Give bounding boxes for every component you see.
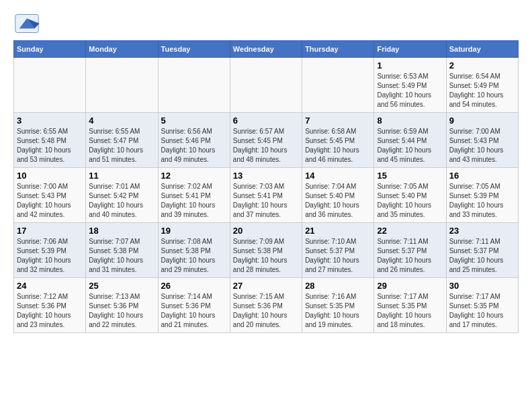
calendar-cell: 7Sunrise: 6:58 AM Sunset: 5:45 PM Daylig… — [302, 113, 374, 168]
logo — [13, 13, 43, 34]
header — [13, 13, 519, 34]
day-number: 14 — [305, 171, 371, 181]
day-info: Sunrise: 6:54 AM Sunset: 5:49 PM Dayligh… — [449, 72, 515, 109]
day-number: 13 — [233, 171, 299, 181]
day-info: Sunrise: 7:01 AM Sunset: 5:42 PM Dayligh… — [89, 182, 154, 220]
calendar-cell: 25Sunrise: 7:13 AM Sunset: 5:36 PM Dayli… — [86, 278, 158, 333]
calendar-cell — [86, 58, 158, 113]
calendar-week-4: 17Sunrise: 7:06 AM Sunset: 5:39 PM Dayli… — [14, 223, 519, 278]
day-info: Sunrise: 7:06 AM Sunset: 5:39 PM Dayligh… — [17, 237, 83, 275]
calendar-week-1: 1Sunrise: 6:53 AM Sunset: 5:49 PM Daylig… — [14, 58, 519, 113]
calendar-cell: 20Sunrise: 7:09 AM Sunset: 5:38 PM Dayli… — [230, 223, 302, 278]
day-number: 9 — [449, 116, 515, 126]
calendar-cell: 28Sunrise: 7:16 AM Sunset: 5:35 PM Dayli… — [302, 278, 374, 333]
day-number: 12 — [161, 171, 227, 181]
day-header-friday: Friday — [374, 41, 446, 58]
calendar-cell: 27Sunrise: 7:15 AM Sunset: 5:36 PM Dayli… — [230, 278, 302, 333]
day-info: Sunrise: 7:05 AM Sunset: 5:39 PM Dayligh… — [449, 182, 515, 220]
day-number: 10 — [17, 171, 83, 181]
calendar-cell: 2Sunrise: 6:54 AM Sunset: 5:49 PM Daylig… — [446, 58, 518, 113]
day-info: Sunrise: 7:00 AM Sunset: 5:43 PM Dayligh… — [17, 182, 83, 220]
day-number: 22 — [377, 226, 443, 236]
day-info: Sunrise: 6:53 AM Sunset: 5:49 PM Dayligh… — [377, 72, 443, 109]
day-info: Sunrise: 6:57 AM Sunset: 5:45 PM Dayligh… — [233, 127, 299, 165]
calendar-cell: 14Sunrise: 7:04 AM Sunset: 5:40 PM Dayli… — [302, 168, 374, 223]
day-info: Sunrise: 7:12 AM Sunset: 5:36 PM Dayligh… — [17, 292, 83, 330]
day-info: Sunrise: 7:02 AM Sunset: 5:41 PM Dayligh… — [161, 182, 227, 220]
calendar-cell: 26Sunrise: 7:14 AM Sunset: 5:36 PM Dayli… — [158, 278, 230, 333]
calendar-cell: 22Sunrise: 7:11 AM Sunset: 5:37 PM Dayli… — [374, 223, 446, 278]
calendar-cell: 10Sunrise: 7:00 AM Sunset: 5:43 PM Dayli… — [14, 168, 86, 223]
day-info: Sunrise: 7:00 AM Sunset: 5:43 PM Dayligh… — [449, 127, 515, 165]
day-number: 4 — [89, 116, 154, 126]
day-info: Sunrise: 7:11 AM Sunset: 5:37 PM Dayligh… — [449, 237, 515, 275]
day-number: 18 — [89, 226, 154, 236]
day-header-monday: Monday — [86, 41, 158, 58]
calendar-cell: 5Sunrise: 6:56 AM Sunset: 5:46 PM Daylig… — [158, 113, 230, 168]
day-info: Sunrise: 7:07 AM Sunset: 5:38 PM Dayligh… — [89, 237, 154, 275]
day-number: 1 — [377, 60, 443, 71]
day-info: Sunrise: 7:04 AM Sunset: 5:40 PM Dayligh… — [305, 182, 371, 220]
calendar-cell: 9Sunrise: 7:00 AM Sunset: 5:43 PM Daylig… — [446, 113, 518, 168]
calendar-cell: 15Sunrise: 7:05 AM Sunset: 5:40 PM Dayli… — [374, 168, 446, 223]
day-header-saturday: Saturday — [446, 41, 518, 58]
day-info: Sunrise: 7:08 AM Sunset: 5:38 PM Dayligh… — [161, 237, 227, 275]
day-number: 6 — [233, 116, 299, 126]
day-number: 11 — [89, 171, 154, 181]
day-info: Sunrise: 7:03 AM Sunset: 5:41 PM Dayligh… — [233, 182, 299, 220]
day-number: 5 — [161, 116, 227, 126]
calendar-header: SundayMondayTuesdayWednesdayThursdayFrid… — [14, 41, 519, 58]
day-header-wednesday: Wednesday — [230, 41, 302, 58]
day-number: 8 — [377, 116, 443, 126]
day-number: 2 — [449, 60, 515, 71]
calendar-cell: 30Sunrise: 7:17 AM Sunset: 5:35 PM Dayli… — [446, 278, 518, 333]
day-info: Sunrise: 6:58 AM Sunset: 5:45 PM Dayligh… — [305, 127, 371, 165]
calendar-cell: 1Sunrise: 6:53 AM Sunset: 5:49 PM Daylig… — [374, 58, 446, 113]
day-number: 30 — [449, 281, 515, 291]
calendar-week-3: 10Sunrise: 7:00 AM Sunset: 5:43 PM Dayli… — [14, 168, 519, 223]
calendar-cell: 6Sunrise: 6:57 AM Sunset: 5:45 PM Daylig… — [230, 113, 302, 168]
day-info: Sunrise: 7:11 AM Sunset: 5:37 PM Dayligh… — [377, 237, 443, 275]
calendar-cell — [14, 58, 86, 113]
day-info: Sunrise: 7:17 AM Sunset: 5:35 PM Dayligh… — [377, 292, 443, 330]
day-header-tuesday: Tuesday — [158, 41, 230, 58]
day-number: 29 — [377, 281, 443, 291]
calendar-cell: 8Sunrise: 6:59 AM Sunset: 5:44 PM Daylig… — [374, 113, 446, 168]
day-number: 21 — [305, 226, 371, 236]
day-number: 28 — [305, 281, 371, 291]
day-number: 27 — [233, 281, 299, 291]
day-info: Sunrise: 7:10 AM Sunset: 5:37 PM Dayligh… — [305, 237, 371, 275]
day-number: 23 — [449, 226, 515, 236]
day-info: Sunrise: 7:15 AM Sunset: 5:36 PM Dayligh… — [233, 292, 299, 330]
day-info: Sunrise: 7:05 AM Sunset: 5:40 PM Dayligh… — [377, 182, 443, 220]
calendar-cell: 19Sunrise: 7:08 AM Sunset: 5:38 PM Dayli… — [158, 223, 230, 278]
calendar-table: SundayMondayTuesdayWednesdayThursdayFrid… — [13, 40, 519, 333]
day-number: 17 — [17, 226, 83, 236]
calendar-cell: 29Sunrise: 7:17 AM Sunset: 5:35 PM Dayli… — [374, 278, 446, 333]
calendar-cell: 23Sunrise: 7:11 AM Sunset: 5:37 PM Dayli… — [446, 223, 518, 278]
day-info: Sunrise: 7:09 AM Sunset: 5:38 PM Dayligh… — [233, 237, 299, 275]
calendar-cell — [230, 58, 302, 113]
calendar-cell: 4Sunrise: 6:55 AM Sunset: 5:47 PM Daylig… — [86, 113, 158, 168]
calendar-cell — [158, 58, 230, 113]
day-number: 7 — [305, 116, 371, 126]
calendar-cell: 16Sunrise: 7:05 AM Sunset: 5:39 PM Dayli… — [446, 168, 518, 223]
calendar-cell: 18Sunrise: 7:07 AM Sunset: 5:38 PM Dayli… — [86, 223, 158, 278]
day-number: 19 — [161, 226, 227, 236]
day-info: Sunrise: 7:14 AM Sunset: 5:36 PM Dayligh… — [161, 292, 227, 330]
logo-icon — [13, 13, 40, 34]
day-header-thursday: Thursday — [302, 41, 374, 58]
calendar-cell: 21Sunrise: 7:10 AM Sunset: 5:37 PM Dayli… — [302, 223, 374, 278]
day-number: 24 — [17, 281, 83, 291]
day-number: 15 — [377, 171, 443, 181]
day-number: 3 — [17, 116, 83, 126]
calendar-week-2: 3Sunrise: 6:55 AM Sunset: 5:48 PM Daylig… — [14, 113, 519, 168]
calendar-cell: 17Sunrise: 7:06 AM Sunset: 5:39 PM Dayli… — [14, 223, 86, 278]
day-info: Sunrise: 6:55 AM Sunset: 5:48 PM Dayligh… — [17, 127, 83, 165]
calendar-cell: 3Sunrise: 6:55 AM Sunset: 5:48 PM Daylig… — [14, 113, 86, 168]
calendar-cell — [302, 58, 374, 113]
day-info: Sunrise: 6:59 AM Sunset: 5:44 PM Dayligh… — [377, 127, 443, 165]
day-number: 20 — [233, 226, 299, 236]
day-info: Sunrise: 7:16 AM Sunset: 5:35 PM Dayligh… — [305, 292, 371, 330]
calendar-cell: 12Sunrise: 7:02 AM Sunset: 5:41 PM Dayli… — [158, 168, 230, 223]
